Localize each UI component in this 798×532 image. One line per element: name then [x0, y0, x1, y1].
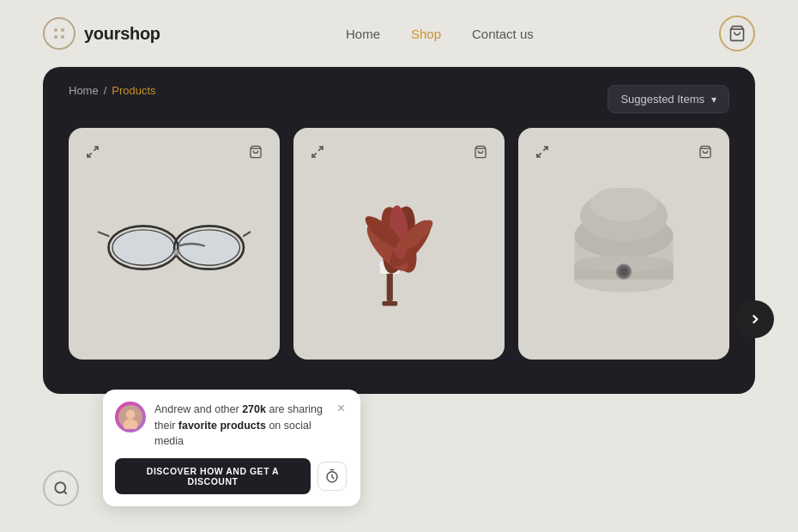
svg-line-43 [63, 491, 66, 493]
svg-point-2 [54, 35, 57, 39]
breadcrumb-home[interactable]: Home [69, 84, 99, 97]
nav-shop[interactable]: Shop [411, 27, 441, 41]
hat-image [559, 188, 688, 299]
add-to-cart-hat[interactable] [693, 140, 717, 164]
svg-point-41 [620, 268, 627, 275]
logo-text: yourshop [84, 24, 160, 44]
toast-top: Andrew and other 270k are sharing their … [115, 402, 347, 450]
product-card-plant [293, 128, 505, 360]
toast-notification: Andrew and other 270k are sharing their … [103, 390, 360, 506]
svg-point-36 [590, 188, 657, 221]
toast-prefix: Andrew and other [154, 403, 242, 415]
products-grid [69, 128, 729, 360]
logo-icon [43, 17, 76, 50]
expand-icon-glasses[interactable] [81, 140, 105, 164]
svg-line-13 [244, 233, 250, 237]
svg-line-12 [99, 233, 109, 237]
section-header: Home / Products Suggested Items ▾ [69, 84, 729, 114]
add-to-cart-glasses[interactable] [244, 140, 268, 164]
toast-bold2: favorite products [178, 420, 266, 432]
svg-point-0 [54, 28, 57, 32]
svg-rect-21 [382, 301, 397, 305]
dark-section: Home / Products Suggested Items ▾ [43, 67, 755, 394]
toast-cta: DISCOVER HOW AND GET A DISCOUNT [115, 458, 347, 494]
svg-point-3 [61, 35, 64, 39]
filter-dropdown[interactable]: Suggested Items ▾ [608, 85, 729, 113]
toast-avatar [115, 402, 146, 432]
toast-close-button[interactable]: × [336, 402, 347, 415]
nav-contact[interactable]: Contact us [472, 27, 534, 41]
product-card-hat [518, 128, 729, 360]
search-button[interactable] [43, 470, 79, 506]
breadcrumb-separator: / [104, 84, 107, 97]
toast-count: 270k [242, 403, 266, 415]
plant-image [352, 171, 446, 317]
toast-text: Andrew and other 270k are sharing their … [154, 402, 327, 450]
nav: Home Shop Contact us [346, 27, 534, 41]
nav-home[interactable]: Home [346, 27, 380, 41]
next-button[interactable] [736, 300, 774, 338]
filter-label: Suggested Items [620, 93, 704, 106]
cart-button[interactable] [719, 15, 755, 51]
expand-icon-plant[interactable] [305, 140, 329, 164]
svg-point-11 [178, 230, 240, 265]
svg-rect-19 [387, 270, 393, 301]
svg-point-15 [174, 250, 178, 254]
breadcrumb-current: Products [112, 84, 155, 97]
breadcrumb: Home / Products [69, 84, 156, 97]
toast-cta-button[interactable]: DISCOVER HOW AND GET A DISCOUNT [115, 458, 311, 494]
svg-point-9 [112, 230, 174, 265]
logo-area: yourshop [43, 17, 160, 50]
header: yourshop Home Shop Contact us [0, 0, 798, 67]
chevron-down-icon: ▾ [711, 94, 716, 106]
svg-point-42 [55, 482, 65, 493]
svg-point-1 [61, 28, 64, 32]
glasses-image [97, 205, 251, 282]
expand-icon-hat[interactable] [530, 140, 554, 164]
svg-point-45 [126, 409, 136, 419]
toast-timer-icon[interactable] [317, 462, 347, 491]
add-to-cart-plant[interactable] [469, 140, 493, 164]
product-card-glasses [69, 128, 280, 360]
